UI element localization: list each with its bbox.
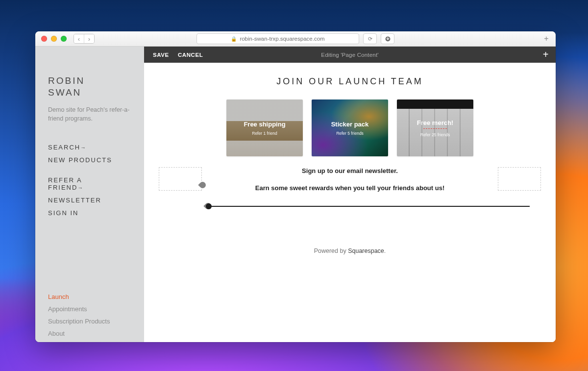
reward-cards: Free shipping Refer 1 friend Sticker pac… <box>159 99 541 156</box>
site-tagline: Demo site for Peach's refer-a-friend pro… <box>48 105 144 124</box>
subnav-item-subscription[interactable]: Subscription Products <box>48 318 144 325</box>
zoom-window-button[interactable] <box>61 36 67 42</box>
nav-new-products[interactable]: NEW PRODUCTS <box>48 156 144 164</box>
subnav-item-appointments[interactable]: Appointments <box>48 305 144 313</box>
reward-card-subtitle: Refer 1 friend <box>252 131 277 136</box>
block-insertion-line[interactable] <box>209 206 530 207</box>
site-title-line2: SWAN <box>48 87 81 98</box>
close-window-button[interactable] <box>41 36 47 42</box>
safari-titlebar: ‹ › 🔒 robin-swan-trxp.squarespace.com ⟳ … <box>35 31 556 47</box>
decorative-dashed-line <box>423 128 447 129</box>
address-bar[interactable]: 🔒 robin-swan-trxp.squarespace.com <box>196 33 359 44</box>
nav-newsletter[interactable]: NEWSLETTER <box>48 197 144 204</box>
reward-card-subtitle: Refer 5 friends <box>336 131 364 136</box>
editor-pane: SAVE CANCEL Editing 'Page Content' + JOI… <box>144 47 556 342</box>
reward-card[interactable]: Free shipping Refer 1 friend <box>226 99 303 156</box>
signup-text: Sign up to our email newsletter. <box>159 167 541 174</box>
powered-by-footer: Powered by Squarespace. <box>144 247 556 254</box>
minimize-window-button[interactable] <box>51 36 57 42</box>
new-tab-button[interactable]: + <box>541 33 552 44</box>
page: ROBIN SWAN Demo site for Peach's refer-a… <box>35 47 556 342</box>
powered-by-period: . <box>384 247 386 254</box>
back-button[interactable]: ‹ <box>74 34 84 43</box>
arrow-right-icon: → <box>80 145 86 150</box>
nav-refer-a-friend[interactable]: REFER A FRIEND→ <box>48 169 144 191</box>
nav-buttons: ‹ › <box>74 34 95 44</box>
reload-button[interactable]: ⟳ <box>363 33 377 44</box>
add-block-button[interactable]: + <box>543 49 549 60</box>
reward-card[interactable]: Free merch! Refer 25 friends <box>397 99 473 156</box>
reward-card-subtitle: Refer 25 friends <box>420 132 450 137</box>
nav-search-label: SEARCH <box>48 144 80 151</box>
save-button[interactable]: SAVE <box>153 52 169 58</box>
content-canvas[interactable]: JOIN OUR LAUNCH TEAM Free shipping Refer… <box>144 63 556 342</box>
site-title[interactable]: ROBIN SWAN <box>48 75 144 99</box>
editor-context-label: Editing 'Page Content' <box>321 52 378 58</box>
reward-text: Earn some sweet rewards when you tell yo… <box>159 184 541 192</box>
address-url: robin-swan-trxp.squarespace.com <box>240 36 324 42</box>
arrow-right-icon: → <box>77 185 83 191</box>
subnav-item-about[interactable]: About <box>48 330 144 337</box>
safari-window: ‹ › 🔒 robin-swan-trxp.squarespace.com ⟳ … <box>35 31 556 342</box>
window-controls <box>41 36 67 42</box>
forward-button[interactable]: › <box>84 34 94 43</box>
site-sidebar: ROBIN SWAN Demo site for Peach's refer-a… <box>35 47 144 342</box>
block-insert-zone-right[interactable] <box>498 167 541 191</box>
reward-card-title: Free merch! <box>417 119 453 126</box>
page-heading: JOIN OUR LAUNCH TEAM <box>159 76 541 87</box>
reward-card[interactable]: Sticker pack Refer 5 friends <box>312 99 388 156</box>
nav-search[interactable]: SEARCH→ <box>48 136 144 151</box>
powered-by-link[interactable]: Squarespace <box>348 247 384 254</box>
cancel-button[interactable]: CANCEL <box>178 52 203 58</box>
subnav-item-launch[interactable]: Launch <box>48 293 144 300</box>
powered-by-prefix: Powered by <box>314 247 348 254</box>
secondary-nav: Launch Appointments Subscription Product… <box>48 293 144 342</box>
nav-sign-in[interactable]: SIGN IN <box>48 209 144 217</box>
reward-card-title: Free shipping <box>244 121 285 128</box>
text-block-area[interactable]: Sign up to our email newsletter. Earn so… <box>159 167 541 192</box>
editor-toolbar: SAVE CANCEL Editing 'Page Content' + <box>144 47 556 63</box>
site-title-line1: ROBIN <box>48 75 85 86</box>
download-icon <box>385 36 391 42</box>
address-cluster: 🔒 robin-swan-trxp.squarespace.com ⟳ <box>196 33 394 44</box>
reward-card-title: Sticker pack <box>331 121 369 128</box>
block-insert-zone-left[interactable] <box>159 167 202 191</box>
downloads-button[interactable] <box>381 33 394 44</box>
primary-nav: SEARCH→ NEW PRODUCTS REFER A FRIEND→ NEW… <box>48 136 144 217</box>
lock-icon: 🔒 <box>231 36 237 42</box>
